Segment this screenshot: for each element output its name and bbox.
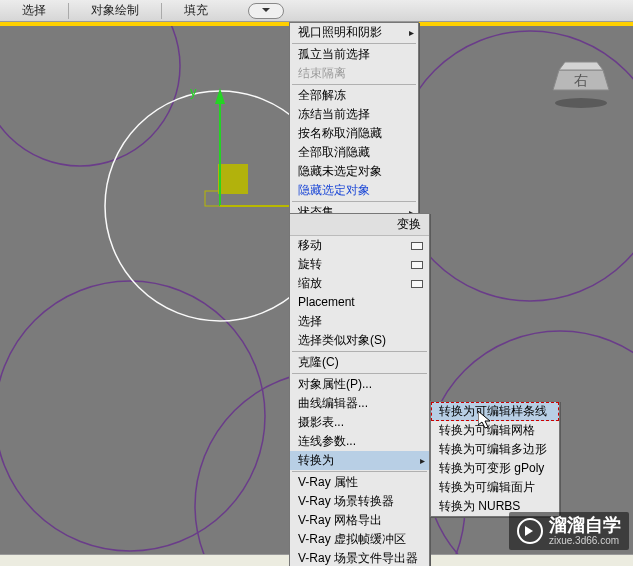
- menu-vray-vfb[interactable]: V-Ray 虚拟帧缓冲区: [290, 530, 429, 549]
- toolbar-object-paint[interactable]: 对象绘制: [69, 2, 161, 19]
- menu-dope-sheet[interactable]: 摄影表...: [290, 413, 429, 432]
- menu-unhide-all[interactable]: 全部取消隐藏: [290, 143, 418, 162]
- watermark-site: zixue.3d66.com: [549, 536, 621, 546]
- menu-move[interactable]: 移动: [290, 236, 429, 255]
- menu-separator: [292, 373, 427, 374]
- menu-separator: [292, 351, 427, 352]
- menu-unfreeze-all[interactable]: 全部解冻: [290, 86, 418, 105]
- menu-placement[interactable]: Placement: [290, 293, 429, 312]
- menu-to-editable-mesh[interactable]: 转换为可编辑网格: [431, 421, 559, 440]
- menu-hide-selected[interactable]: 隐藏选定对象: [290, 181, 418, 200]
- svg-rect-7: [218, 164, 248, 194]
- menu-to-gpoly[interactable]: 转换为可变形 gPoly: [431, 459, 559, 478]
- menu-wire-parameters[interactable]: 连线参数...: [290, 432, 429, 451]
- top-toolbar: 选择 对象绘制 填充: [0, 0, 633, 22]
- svg-rect-6: [205, 191, 220, 206]
- toolbar-select[interactable]: 选择: [0, 2, 68, 19]
- menu-vray-properties[interactable]: V-Ray 属性: [290, 473, 429, 492]
- play-icon: [517, 518, 543, 544]
- menu-isolate-current[interactable]: 孤立当前选择: [290, 45, 418, 64]
- menu-vray-scene-exporter[interactable]: V-Ray 场景文件导出器: [290, 549, 429, 566]
- toolbar-dropdown[interactable]: [248, 3, 284, 19]
- menu-separator: [292, 84, 416, 85]
- axis-y-label: y: [190, 84, 197, 99]
- menu-separator: [292, 43, 416, 44]
- toolbar-fill[interactable]: 填充: [162, 2, 230, 19]
- menu-vray-mesh-export[interactable]: V-Ray 网格导出: [290, 511, 429, 530]
- menu-end-isolate: 结束隔离: [290, 64, 418, 83]
- watermark: 溜溜自学 zixue.3d66.com: [509, 512, 629, 550]
- menu-curve-editor[interactable]: 曲线编辑器...: [290, 394, 429, 413]
- menu-freeze-current[interactable]: 冻结当前选择: [290, 105, 418, 124]
- menu-to-editable-spline[interactable]: 转换为可编辑样条线: [431, 402, 559, 421]
- menu-separator: [292, 471, 427, 472]
- svg-point-11: [555, 98, 607, 108]
- svg-point-4: [0, 26, 180, 166]
- menu-select[interactable]: 选择: [290, 312, 429, 331]
- menu-convert-to[interactable]: 转换为: [290, 451, 429, 470]
- menu-rotate[interactable]: 旋转: [290, 255, 429, 274]
- submenu-convert-to: 转换为可编辑样条线 转换为可编辑网格 转换为可编辑多边形 转换为可变形 gPol…: [430, 401, 560, 517]
- menu-viewport-lighting[interactable]: 视口照明和阴影: [290, 23, 418, 42]
- svg-text:右: 右: [574, 72, 588, 88]
- menu-hide-unselected[interactable]: 隐藏未选定对象: [290, 162, 418, 181]
- menu-to-editable-poly[interactable]: 转换为可编辑多边形: [431, 440, 559, 459]
- menu-unhide-by-name[interactable]: 按名称取消隐藏: [290, 124, 418, 143]
- menu-scale[interactable]: 缩放: [290, 274, 429, 293]
- viewcube[interactable]: 右: [551, 60, 611, 114]
- menu-vray-scene-converter[interactable]: V-Ray 场景转换器: [290, 492, 429, 511]
- svg-marker-13: [559, 62, 603, 70]
- context-menu-transform: 变换 移动 旋转 缩放 Placement 选择 选择类似对象(S) 克隆(C)…: [289, 213, 430, 566]
- menu-separator: [292, 201, 416, 202]
- menu-object-properties[interactable]: 对象属性(P)...: [290, 375, 429, 394]
- watermark-title: 溜溜自学: [549, 516, 621, 534]
- menu-to-editable-patch[interactable]: 转换为可编辑面片: [431, 478, 559, 497]
- menu-clone[interactable]: 克隆(C): [290, 353, 429, 372]
- menu-select-similar[interactable]: 选择类似对象(S): [290, 331, 429, 350]
- menu-section-title-transform: 变换: [290, 214, 429, 236]
